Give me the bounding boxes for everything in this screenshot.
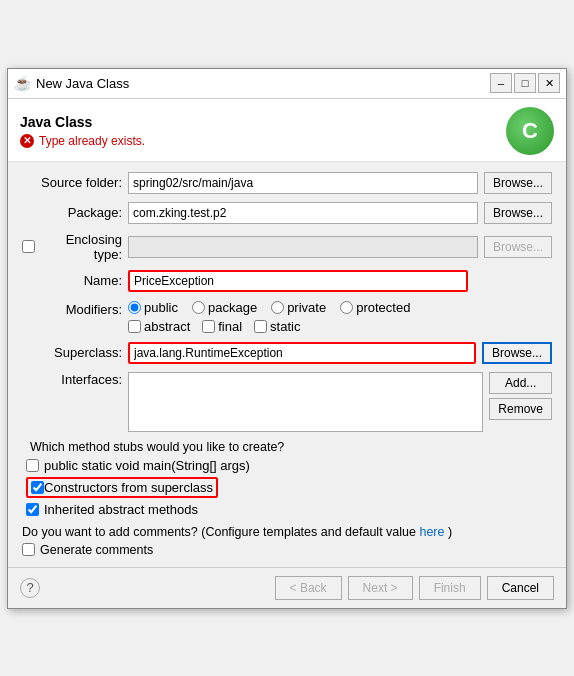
stub-constructors-label: Constructors from superclass (44, 480, 213, 495)
modifier-public-label: public (144, 300, 178, 315)
generate-comments-checkbox[interactable] (22, 543, 35, 556)
stub-constructors-checkbox[interactable] (31, 481, 44, 494)
modifier-protected[interactable]: protected (340, 300, 410, 315)
finish-button: Finish (419, 576, 481, 600)
back-button: < Back (275, 576, 342, 600)
modifier-package-label: package (208, 300, 257, 315)
modifier-package[interactable]: package (192, 300, 257, 315)
dialog-header: Java Class ✕ Type already exists. C (8, 99, 566, 162)
title-bar: ☕ New Java Class – □ ✕ (8, 69, 566, 99)
interfaces-add-button[interactable]: Add... (489, 372, 552, 394)
name-row: Name: (22, 270, 552, 292)
modifier-abstract-checkbox[interactable] (128, 320, 141, 333)
title-controls: – □ ✕ (490, 73, 560, 93)
modifier-abstract[interactable]: abstract (128, 319, 190, 334)
stub-main-checkbox[interactable] (26, 459, 39, 472)
error-icon: ✕ (20, 134, 34, 148)
stubs-section-label: Which method stubs would you like to cre… (30, 440, 552, 454)
minimize-button[interactable]: – (490, 73, 512, 93)
stub-main-label: public static void main(String[] args) (44, 458, 250, 473)
modifier-protected-label: protected (356, 300, 410, 315)
constructors-border: Constructors from superclass (26, 477, 218, 498)
modifier-abstract-label: abstract (144, 319, 190, 334)
next-button: Next > (348, 576, 413, 600)
modifier-final-label: final (218, 319, 242, 334)
help-button[interactable]: ? (20, 578, 40, 598)
superclass-row: Superclass: Browse... (22, 342, 552, 364)
title-bar-left: ☕ New Java Class (14, 75, 129, 91)
source-folder-row: Source folder: Browse... (22, 172, 552, 194)
modifiers-checkbox-row: abstract final static (128, 319, 410, 334)
modifier-static-checkbox[interactable] (254, 320, 267, 333)
stub-main-item: public static void main(String[] args) (26, 458, 552, 473)
package-row: Package: Browse... (22, 202, 552, 224)
stub-inherited-checkbox[interactable] (26, 503, 39, 516)
enclosing-type-checkbox[interactable] (22, 240, 35, 253)
stub-inherited-item: Inherited abstract methods (26, 502, 552, 517)
eclipse-logo: C (506, 107, 554, 155)
dialog-header-left: Java Class ✕ Type already exists. (20, 114, 145, 148)
close-button[interactable]: ✕ (538, 73, 560, 93)
modifier-private-radio[interactable] (271, 301, 284, 314)
comments-section: Do you want to add comments? (Configure … (22, 525, 552, 557)
enclosing-type-browse-button: Browse... (484, 236, 552, 258)
interfaces-remove-button[interactable]: Remove (489, 398, 552, 420)
modifier-final-checkbox[interactable] (202, 320, 215, 333)
source-folder-browse-button[interactable]: Browse... (484, 172, 552, 194)
source-folder-label: Source folder: (22, 175, 122, 190)
java-icon: ☕ (14, 75, 30, 91)
modifier-protected-radio[interactable] (340, 301, 353, 314)
enclosing-type-label: Enclosing type: (38, 232, 122, 262)
dialog-title: Java Class (20, 114, 145, 130)
package-browse-button[interactable]: Browse... (484, 202, 552, 224)
interfaces-label: Interfaces: (22, 372, 122, 387)
interfaces-textarea[interactable] (128, 372, 483, 432)
modifier-private[interactable]: private (271, 300, 326, 315)
comments-close-paren: ) (448, 525, 452, 539)
generate-comments-label: Generate comments (40, 543, 153, 557)
comments-here-link[interactable]: here (419, 525, 444, 539)
title-text: New Java Class (36, 76, 129, 91)
superclass-browse-button[interactable]: Browse... (482, 342, 552, 364)
dialog-body: Source folder: Browse... Package: Browse… (8, 162, 566, 567)
maximize-button[interactable]: □ (514, 73, 536, 93)
source-folder-input[interactable] (128, 172, 478, 194)
modifier-public-radio[interactable] (128, 301, 141, 314)
modifiers-row: Modifiers: public package private (22, 300, 552, 334)
modifiers-label: Modifiers: (22, 300, 122, 317)
name-input[interactable] (128, 270, 468, 292)
new-java-class-dialog: ☕ New Java Class – □ ✕ Java Class ✕ Type… (7, 68, 567, 609)
enclosing-type-row: Enclosing type: Browse... (22, 232, 552, 262)
stub-inherited-label: Inherited abstract methods (44, 502, 198, 517)
package-input[interactable] (128, 202, 478, 224)
error-row: ✕ Type already exists. (20, 134, 145, 148)
enclosing-type-input[interactable] (128, 236, 478, 258)
modifier-package-radio[interactable] (192, 301, 205, 314)
interfaces-row: Interfaces: Add... Remove (22, 372, 552, 432)
eclipse-logo-text: C (522, 118, 538, 144)
superclass-label: Superclass: (22, 345, 122, 360)
error-message: Type already exists. (39, 134, 145, 148)
stub-constructors-item: Constructors from superclass (26, 477, 552, 498)
modifier-public[interactable]: public (128, 300, 178, 315)
interfaces-buttons: Add... Remove (489, 372, 552, 420)
enclosing-type-spacer: Enclosing type: (22, 232, 122, 262)
dialog-footer: ? < Back Next > Finish Cancel (8, 567, 566, 608)
modifier-private-label: private (287, 300, 326, 315)
comments-row: Generate comments (22, 543, 552, 557)
superclass-input[interactable] (128, 342, 476, 364)
comments-question-text: Do you want to add comments? (Configure … (22, 525, 416, 539)
modifiers-content: public package private protected (128, 300, 410, 334)
modifier-final[interactable]: final (202, 319, 242, 334)
modifier-static-label: static (270, 319, 300, 334)
name-label: Name: (22, 273, 122, 288)
modifiers-radio-row: public package private protected (128, 300, 410, 315)
package-label: Package: (22, 205, 122, 220)
stubs-section: Which method stubs would you like to cre… (22, 440, 552, 517)
modifier-static[interactable]: static (254, 319, 300, 334)
cancel-button[interactable]: Cancel (487, 576, 554, 600)
